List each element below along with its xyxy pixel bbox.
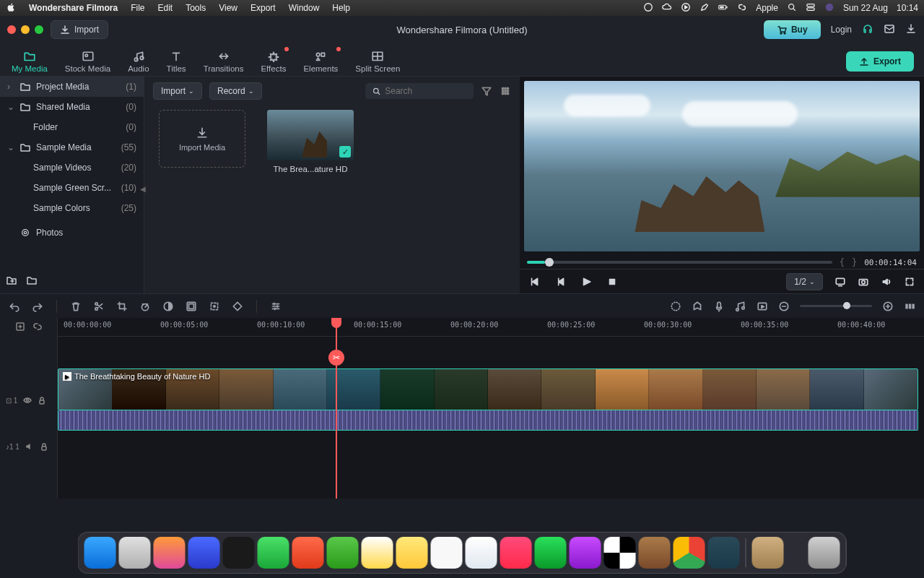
dock-app-app1[interactable] [188, 537, 220, 569]
menu-export[interactable]: Export [250, 3, 276, 13]
lock-icon[interactable] [38, 396, 46, 405]
timeline-body[interactable]: 00:00:00:00 00:00:05:00 00:00:10:00 00:0… [58, 318, 924, 499]
dock-app-stickies[interactable] [396, 537, 428, 569]
record-dropdown[interactable]: Record ⌄ [209, 82, 262, 100]
import-button[interactable]: Import [51, 20, 108, 39]
sidebar-item-sample-colors[interactable]: Sample Colors(25) [0, 198, 144, 218]
export-button[interactable]: Export [846, 51, 914, 72]
filter-icon[interactable] [481, 85, 492, 97]
status-icon[interactable] [643, 2, 653, 14]
tab-transitions[interactable]: Transitions [202, 48, 245, 76]
dock-app-podcasts[interactable] [570, 537, 601, 569]
dock-app-firefox[interactable] [154, 537, 186, 569]
dock-app-launchpad[interactable] [119, 537, 151, 569]
step-back-icon[interactable] [554, 276, 566, 288]
sidebar-item-sample-media[interactable]: ⌄Sample Media(55) [0, 137, 144, 158]
sidebar-item-shared-media[interactable]: ⌄Shared Media(0) [0, 97, 144, 117]
scrub-knob[interactable] [545, 258, 554, 267]
headset-icon[interactable] [862, 23, 873, 37]
scrub-track[interactable] [527, 261, 832, 264]
apple-icon[interactable] [6, 2, 16, 14]
render-icon[interactable] [757, 301, 768, 312]
greenscreen-icon[interactable] [186, 301, 197, 312]
menu-file[interactable]: File [131, 3, 144, 13]
zoom-slider[interactable] [800, 305, 872, 307]
tab-my-media[interactable]: My Media [10, 48, 49, 76]
grid-view-icon[interactable] [500, 85, 511, 97]
timeline-clip[interactable]: ▶The Breathtaking Beauty of Nature HD [58, 368, 918, 410]
timeline-ruler[interactable]: 00:00:00:00 00:00:05:00 00:00:10:00 00:0… [58, 318, 924, 337]
adjust-icon[interactable] [270, 301, 282, 312]
search-field[interactable] [365, 83, 474, 99]
search-input[interactable] [385, 86, 466, 96]
playhead-handle[interactable] [331, 318, 341, 328]
sidebar-item-photos[interactable]: Photos [0, 223, 144, 243]
menu-view[interactable]: View [219, 3, 237, 13]
crop-icon[interactable] [116, 301, 128, 312]
menubar-date[interactable]: Sun 22 Aug [843, 3, 888, 13]
sidebar-item-sample-videos[interactable]: Sample Videos(20) [0, 158, 144, 178]
dock-app-whatsapp[interactable] [258, 537, 289, 569]
import-media-card[interactable]: Import Media [159, 110, 245, 168]
mixer-icon[interactable] [670, 301, 681, 312]
voiceover-icon[interactable] [713, 301, 725, 312]
dock-app-mail[interactable] [466, 537, 497, 569]
marker-icon[interactable] [692, 301, 703, 312]
menu-help[interactable]: Help [332, 3, 350, 13]
play-icon[interactable] [580, 276, 592, 288]
dock-app-evernote[interactable] [327, 537, 359, 569]
zoom-fit-icon[interactable] [904, 301, 915, 312]
menubar-time[interactable]: 10:14 [897, 3, 918, 13]
dock-trash[interactable] [808, 537, 840, 569]
preview-viewport[interactable] [524, 81, 920, 251]
timeline-audio-clip[interactable] [58, 410, 918, 431]
dock-app-libreoffice[interactable] [431, 537, 463, 569]
audio-track-head[interactable]: ♪1 1 [0, 432, 58, 461]
speaker-icon[interactable] [25, 442, 34, 451]
display-icon[interactable] [834, 276, 846, 288]
link-icon[interactable] [737, 2, 747, 14]
motion-icon[interactable] [209, 301, 220, 312]
cloud-icon[interactable] [662, 2, 672, 14]
zoom-knob[interactable] [843, 302, 850, 309]
dock-app-app3[interactable] [639, 537, 671, 569]
tab-titles[interactable]: Titles [165, 48, 188, 76]
sidebar-item-sample-greenscreen[interactable]: Sample Green Scr...(10) [0, 178, 144, 198]
media-clip-item[interactable]: ✓ The Brea...ature HD [267, 110, 354, 173]
add-track-icon[interactable] [15, 322, 25, 334]
fullscreen-icon[interactable] [904, 276, 915, 288]
app-name[interactable]: Wondershare Filmora [29, 3, 118, 13]
tab-effects[interactable]: Effects [259, 48, 287, 76]
dock-app-terminal[interactable] [223, 537, 255, 569]
download-icon[interactable] [905, 23, 917, 37]
snapshot-icon[interactable] [858, 276, 869, 288]
message-icon[interactable] [884, 23, 895, 37]
dock-app-chrome[interactable] [674, 537, 705, 569]
battery-icon[interactable] [718, 2, 728, 14]
folder-icon[interactable] [26, 275, 38, 288]
dock-app-music[interactable] [500, 537, 532, 569]
prev-frame-icon[interactable] [528, 276, 540, 288]
menu-edit[interactable]: Edit [157, 3, 173, 13]
dock-app-notes[interactable] [362, 537, 393, 569]
control-center-icon[interactable] [806, 2, 816, 14]
split-icon[interactable] [93, 301, 105, 312]
delete-icon[interactable] [70, 301, 82, 312]
menu-tools[interactable]: Tools [186, 3, 206, 13]
collapse-handle-icon[interactable]: ◀ [140, 185, 146, 193]
spotlight-icon[interactable] [787, 2, 797, 14]
buy-button[interactable]: Buy [764, 20, 821, 39]
dock-app-filmora[interactable] [708, 537, 740, 569]
menu-window[interactable]: Window [289, 3, 320, 13]
tab-audio[interactable]: Audio [126, 48, 150, 76]
volume-icon[interactable] [881, 276, 892, 288]
dock-app-finder[interactable] [84, 537, 116, 569]
speed-selector[interactable]: 1/2 ⌄ [786, 273, 823, 290]
in-brace[interactable]: { [840, 257, 845, 267]
speed-icon[interactable] [139, 301, 151, 312]
stylus-icon[interactable] [699, 2, 710, 14]
minimize-button[interactable] [21, 25, 30, 34]
keyframe-icon[interactable] [232, 301, 243, 312]
out-brace[interactable]: } [852, 257, 857, 267]
sidebar-item-project-media[interactable]: ›Project Media(1) [0, 77, 144, 97]
